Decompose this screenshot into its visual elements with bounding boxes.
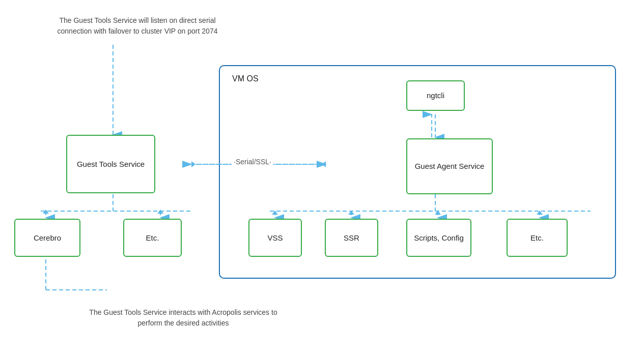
diagram-container: The Guest Tools Service will listen on d… — [0, 0, 644, 354]
etc1-node: Etc. — [123, 219, 182, 257]
svg-marker-30 — [322, 161, 326, 167]
guest-agent-service-node: Guest Agent Service — [406, 138, 493, 194]
guest-tools-service-node: Guest Tools Service — [66, 135, 155, 193]
svg-marker-29 — [191, 161, 195, 167]
cerebro-label: Cerebro — [34, 233, 61, 243]
svg-marker-26 — [348, 211, 354, 215]
guest-tools-service-label: Guest Tools Service — [77, 159, 145, 169]
ngtcli-node: ngtcli — [406, 80, 465, 111]
vss-label: VSS — [267, 233, 283, 243]
scripts-config-node: Scripts, Config — [406, 219, 471, 257]
vss-node: VSS — [248, 219, 302, 257]
etc2-node: Etc. — [507, 219, 568, 257]
cerebro-node: Cerebro — [14, 219, 80, 257]
annotation-bottom: The Guest Tools Service interacts with A… — [76, 307, 290, 329]
serial-ssl-label: ·Serial/SSL· — [232, 158, 273, 166]
guest-agent-service-label: Guest Agent Service — [415, 161, 485, 171]
scripts-config-label: Scripts, Config — [414, 233, 464, 243]
ssr-label: SSR — [344, 233, 359, 243]
ssr-node: SSR — [325, 219, 378, 257]
ngtcli-label: ngtcli — [427, 91, 444, 101]
etc2-label: Etc. — [530, 233, 544, 243]
etc1-label: Etc. — [146, 233, 159, 243]
